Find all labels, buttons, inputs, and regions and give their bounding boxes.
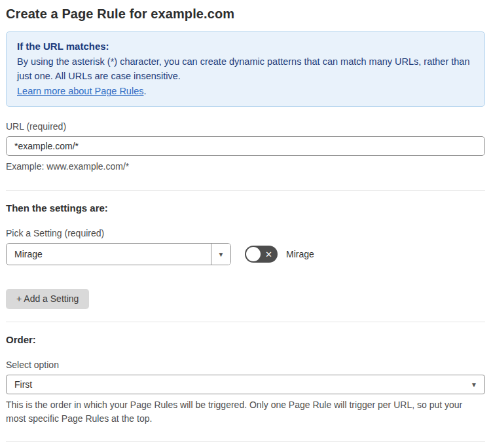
order-select-label: Select option <box>6 360 485 370</box>
chevron-down-icon: ▼ <box>471 381 477 388</box>
info-box-heading: If the URL matches: <box>17 39 474 54</box>
mirage-toggle[interactable]: ✕ <box>245 246 278 263</box>
url-input[interactable] <box>6 136 485 156</box>
order-section-heading: Order: <box>6 334 485 345</box>
chevron-down-icon: ▼ <box>218 251 225 258</box>
setting-select[interactable]: Mirage ▼ <box>6 243 231 265</box>
add-setting-button[interactable]: + Add a Setting <box>6 289 89 309</box>
setting-select-arrow-button[interactable]: ▼ <box>211 244 230 265</box>
page-title: Create a Page Rule for example.com <box>6 7 485 22</box>
url-helper-text: Example: www.example.com/* <box>6 160 485 174</box>
page-rule-form: Create a Page Rule for example.com If th… <box>0 0 491 448</box>
info-link-suffix: . <box>143 86 146 96</box>
order-select-value: First <box>14 379 32 390</box>
setting-select-value: Mirage <box>7 244 211 265</box>
setting-picker-row: Mirage ▼ ✕ Mirage <box>6 243 485 265</box>
toggle-off-x-icon: ✕ <box>265 250 272 259</box>
url-match-info-box: If the URL matches: By using the asteris… <box>6 31 485 107</box>
toggle-knob <box>246 247 261 261</box>
order-helper-text: This is the order in which your Page Rul… <box>6 398 477 426</box>
toggle-label: Mirage <box>286 249 314 259</box>
divider <box>6 322 485 322</box>
url-field-label: URL (required) <box>6 121 485 132</box>
info-box-body: By using the asterisk (*) character, you… <box>17 54 474 83</box>
pick-setting-label: Pick a Setting (required) <box>6 228 485 238</box>
info-link-line: Learn more about Page Rules. <box>17 84 474 98</box>
learn-more-link[interactable]: Learn more about Page Rules <box>17 86 143 96</box>
settings-section-heading: Then the settings are: <box>6 202 485 214</box>
order-select[interactable]: First ▼ <box>6 375 485 394</box>
divider <box>6 441 485 442</box>
divider <box>6 190 485 191</box>
